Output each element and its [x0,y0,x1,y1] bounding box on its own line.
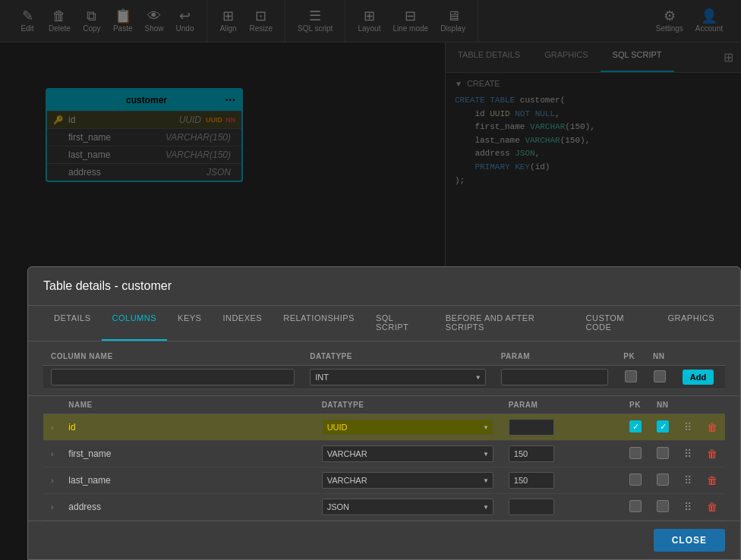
col-expand-header [43,396,61,414]
col-pk-checkbox[interactable] [629,500,642,512]
add-col-param-input[interactable] [501,369,609,385]
col-drag-cell: ⠿ [676,441,699,467]
dtype-wrapper: UUID VARCHAR JSON INT [322,419,493,436]
col-delete-cell: 🗑 [699,494,725,521]
table-row: › address UUID VARCHAR JSON INT [43,494,725,521]
col-datatype-header: DATATYPE [314,396,501,414]
col-header-nn: NN [645,348,675,366]
dtype-wrapper: UUID VARCHAR JSON INT [322,499,493,515]
col-param-cell [501,494,622,521]
col-name-cell: address [61,494,314,521]
col-name-value: address [68,502,101,512]
expand-cell: › [43,441,61,467]
col-header-action [675,348,725,366]
col-pk-header: PK [622,396,649,414]
modal-title: Table details - customer [43,279,172,292]
drag-handle-icon[interactable]: ⠿ [684,421,692,433]
col-pk-cell [622,414,649,441]
columns-table: NAME DATATYPE PARAM PK NN › id [43,396,725,521]
delete-row-icon[interactable]: 🗑 [707,448,717,460]
col-datatype-select[interactable]: UUID VARCHAR JSON INT [322,419,493,436]
col-datatype-cell: UUID VARCHAR JSON INT [314,467,501,494]
add-col-datatype-wrapper: INT VARCHAR UUID JSON TEXT [310,369,485,385]
add-col-pk-checkbox[interactable] [625,370,637,382]
col-param-input[interactable] [509,445,554,462]
col-delete-header [699,396,725,414]
tab-sql-script[interactable]: SQL SCRIPT [365,306,435,341]
modal-overlay: Table details - customer DETAILS COLUMNS… [0,0,741,560]
col-header-datatype: DATATYPE [302,348,493,366]
delete-row-icon[interactable]: 🗑 [707,501,717,513]
modal-header: Table details - customer [28,267,740,306]
expand-icon[interactable]: › [51,423,53,432]
col-datatype-cell: UUID VARCHAR JSON INT [314,441,501,467]
add-column-button[interactable]: Add [683,370,714,385]
col-pk-cell [622,467,649,494]
add-col-name-cell [43,366,302,389]
tab-relationships[interactable]: RELATIONSHIPS [273,306,365,341]
col-drag-header [676,396,699,414]
col-param-input[interactable] [509,472,554,489]
col-pk-checkbox[interactable] [629,447,642,459]
tab-details[interactable]: DETAILS [43,306,102,341]
expand-icon[interactable]: › [51,477,53,485]
col-delete-cell: 🗑 [699,414,725,441]
dtype-wrapper: UUID VARCHAR JSON INT [322,445,493,462]
table-row: › id UUID VARCHAR JSON INT [43,414,725,441]
col-param-cell [501,441,622,467]
tab-custom-code[interactable]: CUSTOM CODE [575,306,657,341]
col-param-input[interactable] [509,499,554,515]
col-name-value: last_name [68,475,110,486]
tab-keys[interactable]: KEYS [167,306,212,341]
add-col-name-input[interactable] [51,369,295,385]
delete-row-icon[interactable]: 🗑 [707,474,717,486]
drag-handle-icon[interactable]: ⠿ [684,448,692,460]
col-param-header: PARAM [501,396,622,414]
col-drag-cell: ⠿ [676,467,699,494]
col-pk-checkbox[interactable] [629,420,642,433]
col-datatype-select[interactable]: UUID VARCHAR JSON INT [322,445,493,462]
col-pk-checkbox[interactable] [629,473,642,486]
col-name-value: id [68,422,75,433]
col-nn-cell [649,441,676,467]
col-nn-checkbox[interactable] [657,447,669,459]
columns-table-area: NAME DATATYPE PARAM PK NN › id [28,396,740,521]
col-datatype-select[interactable]: UUID VARCHAR JSON INT [322,472,493,489]
add-col-pk-cell [616,366,645,389]
col-delete-cell: 🗑 [699,441,725,467]
tab-before-after[interactable]: BEFORE AND AFTER SCRIPTS [435,306,575,341]
col-pk-cell [622,494,649,521]
col-header-param: PARAM [493,348,616,366]
col-datatype-cell: UUID VARCHAR JSON INT [314,414,501,441]
add-col-datatype-cell: INT VARCHAR UUID JSON TEXT [302,366,493,389]
tab-columns[interactable]: COLUMNS [102,306,168,341]
col-nn-cell [649,467,676,494]
add-col-btn-cell: Add [675,366,725,389]
tab-indexes[interactable]: INDEXES [212,306,273,341]
expand-cell: › [43,414,61,441]
tab-graphics-modal[interactable]: GRAPHICS [657,306,725,341]
add-col-nn-cell [645,366,675,389]
close-button[interactable]: CLOSE [654,529,725,552]
add-col-datatype-select[interactable]: INT VARCHAR UUID JSON TEXT [310,369,485,385]
col-pk-cell [622,441,649,467]
col-nn-checkbox[interactable] [657,500,669,512]
drag-handle-icon[interactable]: ⠿ [684,474,692,486]
col-param-input[interactable] [509,419,554,436]
expand-cell: › [43,494,61,521]
col-header-name: COLUMN NAME [43,348,302,366]
expand-icon[interactable]: › [51,503,53,511]
drag-handle-icon[interactable]: ⠿ [684,501,692,513]
expand-icon[interactable]: › [51,450,53,458]
col-datatype-select[interactable]: UUID VARCHAR JSON INT [322,499,493,515]
col-name-cell: last_name [61,467,314,494]
col-name-cell: first_name [61,441,314,467]
col-nn-checkbox[interactable] [657,420,669,433]
col-datatype-cell: UUID VARCHAR JSON INT [314,494,501,521]
add-column-row: COLUMN NAME DATATYPE PARAM PK NN INT [43,348,725,389]
delete-row-icon[interactable]: 🗑 [707,421,717,433]
modal-tabs: DETAILS COLUMNS KEYS INDEXES RELATIONSHI… [28,306,740,341]
add-col-nn-checkbox[interactable] [654,370,666,382]
col-nn-checkbox[interactable] [657,473,669,486]
col-delete-cell: 🗑 [699,467,725,494]
